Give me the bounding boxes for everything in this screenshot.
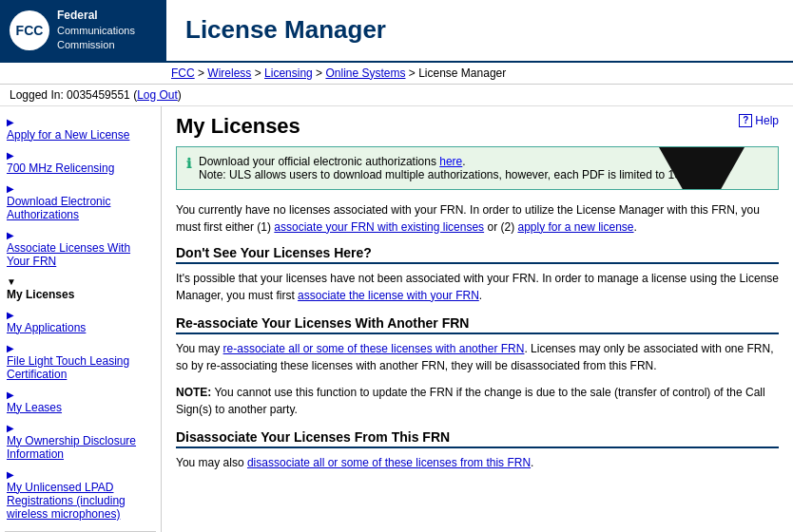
content-header: My Licenses ? Help <box>176 114 779 139</box>
logout-link[interactable]: Log Out <box>137 88 178 102</box>
sidebar-item-download[interactable]: Download Electronic Authorizations <box>5 178 156 224</box>
main-content: My Licenses ? Help ℹ Download your offic… <box>162 106 793 532</box>
logged-in-text: Logged In: 0035459551 <box>10 88 130 102</box>
info-box-text: Download your official electronic author… <box>199 155 725 181</box>
page-header: FCC Federal Communications Commission Li… <box>0 0 793 63</box>
app-title: License Manager <box>185 15 774 45</box>
main-layout: Apply for a New License 700 MHz Relicens… <box>0 106 793 532</box>
sidebar-link-unlicensed[interactable]: My Unlicensed LPAD Registrations (includ… <box>7 481 154 521</box>
sidebar-item-associate[interactable]: Associate Licenses With Your FRN <box>5 224 156 271</box>
re-associate-body: You may re-associate all or some of thes… <box>176 340 779 374</box>
sidebar-link-my-leases[interactable]: My Leases <box>7 401 154 414</box>
help-label: Help <box>755 114 779 127</box>
sidebar-link-file-leasing[interactable]: File Light Touch Leasing Certification <box>7 354 154 381</box>
page-title: My Licenses <box>176 114 300 139</box>
sidebar-item-ownership[interactable]: My Ownership Disclosure Information <box>5 417 156 464</box>
re-associate-title: Re-associate Your Licenses With Another … <box>176 315 779 334</box>
sidebar-nav: Apply for a New License 700 MHz Relicens… <box>5 111 156 523</box>
sidebar-item-apply[interactable]: Apply for a New License <box>5 111 156 144</box>
sidebar-divider <box>5 531 156 532</box>
associate-license-frn-link[interactable]: associate the license with your FRN <box>298 289 479 302</box>
sidebar: Apply for a New License 700 MHz Relicens… <box>0 106 162 532</box>
sidebar-link-ownership[interactable]: My Ownership Disclosure Information <box>7 434 154 461</box>
disassociate-title: Disassociate Your Licenses From This FRN <box>176 429 779 448</box>
sidebar-item-my-applications[interactable]: My Applications <box>5 304 156 337</box>
breadcrumb-wireless[interactable]: Wireless <box>207 66 251 80</box>
breadcrumb-current: License Manager <box>418 66 506 80</box>
associate-frn-link[interactable]: associate your FRN with existing license… <box>274 220 484 234</box>
sidebar-link-download[interactable]: Download Electronic Authorizations <box>7 195 154 221</box>
sidebar-link-my-licenses[interactable]: My Licenses <box>7 288 154 301</box>
info-note: Note: ULS allows users to download multi… <box>199 168 725 181</box>
info-box: ℹ Download your official electronic auth… <box>176 146 779 190</box>
fcc-logo: FCC Federal Communications Commission <box>0 0 166 61</box>
breadcrumb-licensing[interactable]: Licensing <box>264 66 313 80</box>
login-bar: Logged In: 0035459551 (Log Out) <box>0 85 793 106</box>
sidebar-link-associate[interactable]: Associate Licenses With Your FRN <box>7 241 154 268</box>
section-re-associate: Re-associate Your Licenses With Another … <box>176 315 779 418</box>
dont-see-title: Don't See Your Licenses Here? <box>176 245 779 264</box>
sidebar-item-700mhz[interactable]: 700 MHz Relicensing <box>5 144 156 178</box>
breadcrumb: FCC > Wireless > Licensing > Online Syst… <box>0 63 793 85</box>
sidebar-link-apply[interactable]: Apply for a New License <box>7 128 154 142</box>
sidebar-item-my-leases[interactable]: My Leases <box>5 384 156 417</box>
fcc-circle-logo: FCC <box>10 10 49 50</box>
breadcrumb-fcc[interactable]: FCC <box>171 66 195 80</box>
dont-see-body: It's possible that your licenses have no… <box>176 270 779 304</box>
sidebar-link-my-applications[interactable]: My Applications <box>7 321 154 334</box>
fcc-org-name: Federal Communications Commission <box>57 8 135 53</box>
section-disassociate: Disassociate Your Licenses From This FRN… <box>176 429 779 471</box>
sidebar-item-file-leasing[interactable]: File Light Touch Leasing Certification <box>5 337 156 384</box>
sidebar-item-unlicensed[interactable]: My Unlicensed LPAD Registrations (includ… <box>5 464 156 523</box>
intro-paragraph: You currently have no licenses associate… <box>176 201 779 236</box>
info-here-link[interactable]: here <box>439 155 462 168</box>
disassociate-link[interactable]: disassociate all or some of these licens… <box>247 456 531 469</box>
section-dont-see: Don't See Your Licenses Here? It's possi… <box>176 245 779 304</box>
sidebar-link-700mhz[interactable]: 700 MHz Relicensing <box>7 162 154 175</box>
app-title-area: License Manager <box>166 6 793 54</box>
help-icon: ? <box>739 114 752 127</box>
help-link[interactable]: ? Help <box>739 114 779 127</box>
sidebar-item-my-licenses[interactable]: My Licenses <box>5 271 156 304</box>
apply-new-license-link[interactable]: apply for a new license <box>517 220 633 234</box>
disassociate-body: You may also disassociate all or some of… <box>176 454 779 471</box>
breadcrumb-online-systems[interactable]: Online Systems <box>325 66 405 80</box>
re-associate-note: NOTE: You cannot use this function to up… <box>176 384 779 418</box>
info-icon: ℹ <box>186 156 191 171</box>
re-associate-link[interactable]: re-associate all or some of these licens… <box>223 342 525 355</box>
